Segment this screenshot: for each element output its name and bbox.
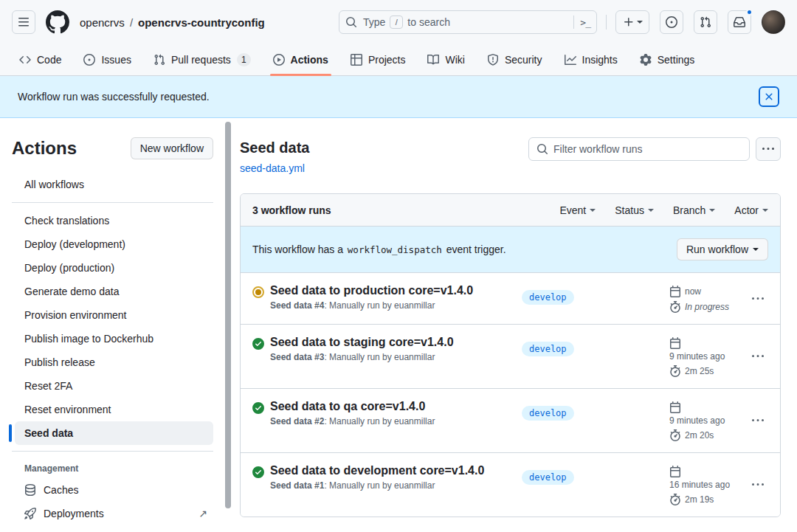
sidebar-item-seed-data[interactable]: Seed data xyxy=(15,421,213,445)
global-search-input[interactable]: Type / to search >_ xyxy=(339,10,597,34)
sidebar-item-deployments[interactable]: Deployments ↗ xyxy=(15,502,213,525)
run-workflow-button[interactable]: Run workflow xyxy=(677,238,768,260)
tab-label: Insights xyxy=(582,54,618,66)
sidebar-item-reset-environment[interactable]: Reset environment xyxy=(15,398,213,421)
actions-sidebar: Actions New workflow All workflows Check… xyxy=(0,118,225,532)
command-palette-icon[interactable]: >_ xyxy=(580,17,590,28)
sidebar-item-label: Reset 2FA xyxy=(24,380,72,392)
table-icon xyxy=(351,54,362,66)
sidebar-item-publish-release[interactable]: Publish release xyxy=(15,350,213,374)
search-icon xyxy=(345,16,357,28)
sidebar-item-label: Publish release xyxy=(24,356,95,368)
run-time: now xyxy=(685,286,701,297)
run-options-button[interactable] xyxy=(746,284,770,313)
run-duration: 2m 25s xyxy=(685,366,714,376)
run-options-button[interactable] xyxy=(746,400,770,441)
sidebar-item-all-workflows[interactable]: All workflows xyxy=(15,173,213,196)
tab-wiki[interactable]: Wiki xyxy=(420,44,472,75)
workflow-run-row: Seed data to qa core=v1.4.0 Seed data #2… xyxy=(241,389,780,453)
sidebar-item-label: Check translations xyxy=(24,215,109,227)
success-status-icon xyxy=(252,338,264,377)
run-meta: now In progress xyxy=(669,284,746,313)
tab-label: Settings xyxy=(658,54,695,66)
chevron-down-icon xyxy=(753,248,759,251)
breadcrumb-org-link[interactable]: opencrvs xyxy=(80,16,125,29)
event-filter-dropdown[interactable]: Event xyxy=(559,204,596,216)
plus-icon xyxy=(623,16,635,28)
management-section-header: Management xyxy=(15,457,213,478)
issue-opened-icon xyxy=(83,54,95,66)
sidebar-item-publish-image-to-dockerhub[interactable]: Publish image to Dockerhub xyxy=(15,327,213,350)
tab-actions[interactable]: Actions xyxy=(266,44,336,75)
trigger-text-pre: This workflow has a xyxy=(252,243,346,255)
tab-code[interactable]: Code xyxy=(12,44,69,75)
run-title-link[interactable]: Seed data to staging core=v1.4.0 xyxy=(270,336,514,349)
branch-badge[interactable]: develop xyxy=(522,342,574,356)
issues-header-button[interactable] xyxy=(660,10,683,34)
tab-settings[interactable]: Settings xyxy=(632,44,703,75)
sidebar-scrollbar[interactable] xyxy=(225,122,231,508)
hamburger-menu-button[interactable] xyxy=(12,10,35,34)
kebab-icon xyxy=(762,143,774,155)
run-title-link[interactable]: Seed data to development core=v1.4.0 xyxy=(270,464,514,477)
workflow-file-link[interactable]: seed-data.yml xyxy=(240,162,305,174)
chevron-down-icon xyxy=(648,209,654,212)
filter-workflow-runs-input[interactable] xyxy=(553,143,742,155)
calendar-icon xyxy=(669,401,681,413)
tab-projects[interactable]: Projects xyxy=(343,44,413,75)
run-options-button[interactable] xyxy=(746,336,770,377)
workflow-dispatch-notice: This workflow has a workflow_dispatch ev… xyxy=(241,227,780,273)
status-filter-dropdown[interactable]: Status xyxy=(615,204,654,216)
sidebar-item-generate-demo-data[interactable]: Generate demo data xyxy=(15,280,213,303)
sidebar-item-reset-2fa[interactable]: Reset 2FA xyxy=(15,374,213,398)
sidebar-item-deploy-production[interactable]: Deploy (production) xyxy=(15,256,213,280)
slash-key-icon: / xyxy=(390,15,403,29)
notification-dot xyxy=(746,9,753,15)
tab-pull-requests[interactable]: Pull requests 1 xyxy=(146,44,258,75)
sidebar-item-check-translations[interactable]: Check translations xyxy=(15,209,213,232)
github-logo-icon[interactable] xyxy=(46,10,69,34)
sidebar-item-provision-environment[interactable]: Provision environment xyxy=(15,303,213,327)
sidebar-divider xyxy=(12,202,213,203)
run-title-link[interactable]: Seed data to production core=v1.4.0 xyxy=(270,284,514,297)
gear-icon xyxy=(640,54,652,66)
breadcrumb-repo-link[interactable]: opencrvs-countryconfig xyxy=(138,16,265,29)
tab-issues[interactable]: Issues xyxy=(76,44,138,75)
run-title-link[interactable]: Seed data to qa core=v1.4.0 xyxy=(270,400,514,413)
sidebar-item-caches[interactable]: Caches xyxy=(15,478,213,502)
tab-label: Actions xyxy=(291,54,328,66)
branch-badge[interactable]: develop xyxy=(522,406,574,421)
code-icon xyxy=(19,54,31,66)
branch-filter-dropdown[interactable]: Branch xyxy=(673,204,715,216)
pull-requests-header-button[interactable] xyxy=(694,10,717,34)
breadcrumb-separator: / xyxy=(130,16,133,29)
header-divider xyxy=(606,15,607,30)
sidebar-item-label: Caches xyxy=(44,484,78,496)
git-pull-request-icon xyxy=(700,16,711,28)
create-new-button[interactable] xyxy=(615,10,649,34)
new-workflow-button[interactable]: New workflow xyxy=(131,137,213,159)
three-bars-icon xyxy=(18,16,30,28)
inbox-button[interactable] xyxy=(728,10,751,34)
tab-insights[interactable]: Insights xyxy=(557,44,625,75)
sidebar-item-deploy-development[interactable]: Deploy (development) xyxy=(15,232,213,256)
tab-label: Projects xyxy=(368,54,406,66)
external-link-arrow-icon: ↗ xyxy=(199,508,207,519)
workflow-run-row: Seed data to development core=v1.4.0 See… xyxy=(241,453,780,517)
tab-security[interactable]: Security xyxy=(480,44,550,75)
flash-close-button[interactable] xyxy=(759,86,779,107)
success-status-icon xyxy=(252,402,264,441)
run-options-button[interactable] xyxy=(746,464,770,505)
run-time: 16 minutes ago xyxy=(669,480,746,490)
actor-filter-dropdown[interactable]: Actor xyxy=(734,204,768,216)
workflow-runs-count: 3 workflow runs xyxy=(252,204,331,216)
workflow-run-row: Seed data to staging core=v1.4.0 Seed da… xyxy=(241,325,780,389)
branch-badge[interactable]: develop xyxy=(522,470,574,485)
run-description: Seed data #3: Manually run by euanmillar xyxy=(270,352,514,362)
branch-badge[interactable]: develop xyxy=(522,290,574,305)
tab-label: Issues xyxy=(101,54,131,66)
sidebar-item-label: Deploy (production) xyxy=(24,262,114,274)
calendar-icon xyxy=(669,466,681,477)
workflow-options-button[interactable] xyxy=(756,137,781,161)
user-avatar[interactable] xyxy=(762,10,785,34)
